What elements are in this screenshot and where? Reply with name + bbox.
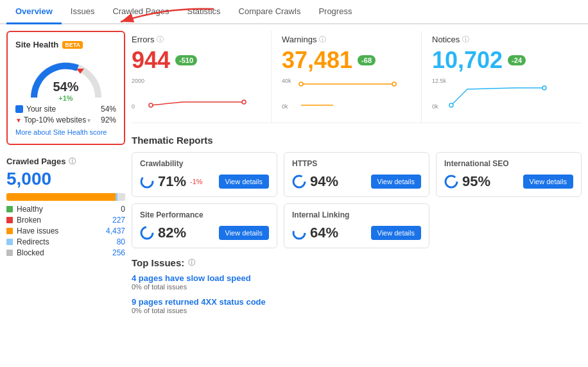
- report-https: HTTPS 94% View details: [284, 152, 429, 197]
- notices-label: Notices: [432, 35, 460, 44]
- your-site-value: 54%: [101, 105, 116, 114]
- warnings-number: 37,481: [282, 47, 352, 74]
- svg-text:0: 0: [132, 103, 135, 110]
- tab-overview[interactable]: Overview: [6, 0, 62, 24]
- tab-issues[interactable]: Issues: [62, 0, 104, 24]
- notices-info-icon[interactable]: ⓘ: [462, 35, 469, 44]
- crawled-pages-card: Crawled Pages ⓘ 5,000 Healthy 0: [6, 151, 125, 264]
- svg-point-13: [542, 86, 546, 90]
- issue-link-1[interactable]: 9 pages returned 4XX status code: [132, 297, 582, 307]
- top10-legend: ▼ Top-10% websites ▾ 92%: [15, 115, 116, 124]
- crawlability-view-btn[interactable]: View details: [219, 175, 270, 189]
- progress-rest: [117, 193, 125, 201]
- your-site-dot: [15, 105, 23, 113]
- errors-badge: -510: [175, 55, 197, 65]
- svg-point-5: [242, 100, 246, 104]
- intl-seo-view-btn[interactable]: View details: [523, 175, 574, 189]
- site-performance-percent-row: 82%: [140, 225, 186, 241]
- svg-point-14: [141, 176, 153, 187]
- crawled-pages-label: Crawled Pages: [6, 157, 66, 166]
- tab-crawled-pages[interactable]: Crawled Pages: [103, 0, 178, 24]
- site-health-title: Site Health BETA: [15, 40, 116, 49]
- errors-value-row: 944 -510: [132, 47, 261, 74]
- your-site-legend: Your site 54%: [15, 105, 116, 114]
- have-issues-label: Have issues: [17, 226, 58, 235]
- more-about-health-link[interactable]: More about Site Health score: [15, 128, 116, 136]
- warnings-badge: -68: [358, 55, 376, 65]
- crawled-pages-info-icon[interactable]: ⓘ: [69, 157, 76, 166]
- intl-seo-percent-row: 95%: [444, 173, 490, 190]
- legend-have-issues: Have issues 4,437: [6, 226, 125, 235]
- broken-count[interactable]: 227: [112, 216, 125, 225]
- have-issues-count[interactable]: 4,437: [106, 226, 125, 235]
- warnings-label: Warnings: [282, 35, 316, 44]
- site-health-card: Site Health BETA 54% +1%: [6, 31, 125, 145]
- healthy-count: 0: [121, 205, 125, 214]
- legend-broken: Broken 227: [6, 216, 125, 225]
- crawlability-percent-row: 71% -1%: [140, 173, 203, 190]
- crawlability-circle-icon: [140, 175, 154, 189]
- dot-have-issues: [6, 228, 13, 234]
- progress-have-issues: [6, 193, 116, 201]
- main-content: Site Health BETA 54% +1%: [0, 24, 588, 327]
- issue-sub-0: 0% of total issues: [132, 283, 582, 291]
- warnings-value-row: 37,481 -68: [282, 47, 411, 74]
- crawlability-title: Crawlability: [140, 159, 269, 168]
- thematic-reports-section: Thematic Reports Crawlability 71% -1% Vi: [132, 135, 582, 248]
- svg-point-9: [392, 82, 396, 86]
- crawled-pages-count: 5,000: [6, 169, 125, 189]
- top-issues-label: Top Issues:: [132, 257, 184, 268]
- right-content: Errors ⓘ 944 -510 2000 0: [132, 31, 582, 321]
- top10-chevron[interactable]: ▾: [87, 117, 91, 124]
- site-performance-percent: 82%: [158, 225, 186, 241]
- page-legend: Healthy 0 Broken 227 Have issues: [6, 205, 125, 257]
- gauge-percent: 54%: [53, 80, 78, 94]
- svg-text:2000: 2000: [132, 78, 144, 84]
- crawled-pages-title: Crawled Pages ⓘ: [6, 157, 125, 166]
- svg-point-17: [141, 227, 153, 239]
- report-site-performance: Site Performance 82% View details: [132, 203, 277, 248]
- notices-badge: -24: [508, 55, 526, 65]
- broken-label: Broken: [17, 216, 41, 225]
- https-view-btn[interactable]: View details: [371, 175, 422, 189]
- warnings-info-icon[interactable]: ⓘ: [319, 35, 326, 44]
- intl-seo-circle-icon: [444, 175, 458, 189]
- https-percent: 94%: [310, 173, 338, 190]
- issue-sub-1: 0% of total issues: [132, 307, 582, 314]
- beta-badge: BETA: [62, 41, 83, 49]
- svg-point-15: [293, 176, 305, 187]
- errors-label: Errors: [132, 35, 154, 44]
- errors-info-icon[interactable]: ⓘ: [157, 35, 164, 44]
- site-performance-view-btn[interactable]: View details: [219, 226, 270, 240]
- https-title: HTTPS: [292, 159, 421, 168]
- tab-bar: Overview Issues Crawled Pages Statistics…: [0, 0, 588, 24]
- svg-text:12.5k: 12.5k: [432, 78, 447, 84]
- report-crawlability: Crawlability 71% -1% View details: [132, 152, 277, 197]
- report-intl-seo: International SEO 95% View details: [436, 152, 582, 197]
- issue-row-0: 4 pages have slow load speed 0% of total…: [132, 273, 582, 291]
- report-internal-linking: Internal Linking 64% View details: [284, 203, 429, 248]
- top10-arrow-icon: ▼: [15, 117, 22, 124]
- tab-statistics[interactable]: Statistics: [178, 0, 230, 24]
- tab-progress[interactable]: Progress: [309, 0, 361, 24]
- redirects-label: Redirects: [17, 237, 49, 246]
- top-issues-info-icon[interactable]: ⓘ: [188, 258, 195, 268]
- tab-compare-crawls[interactable]: Compare Crawls: [230, 0, 310, 24]
- notices-title: Notices ⓘ: [432, 35, 561, 44]
- top-issues-title: Top Issues: ⓘ: [132, 257, 582, 268]
- issue-link-0[interactable]: 4 pages have slow load speed: [132, 273, 582, 283]
- redirects-count[interactable]: 80: [117, 237, 125, 246]
- notices-number: 10,702: [432, 47, 503, 74]
- internal-linking-percent-row: 64%: [292, 225, 338, 241]
- legend-redirects: Redirects 80: [6, 237, 125, 246]
- https-circle-icon: [292, 175, 306, 189]
- errors-chart: 2000 0: [132, 76, 261, 114]
- internal-linking-circle-icon: [292, 226, 306, 240]
- blocked-count[interactable]: 256: [112, 248, 125, 257]
- internal-linking-title: Internal Linking: [292, 210, 421, 219]
- top-issues-section: Top Issues: ⓘ 4 pages have slow load spe…: [132, 257, 582, 314]
- internal-linking-percent: 64%: [310, 225, 338, 241]
- dot-healthy: [6, 206, 13, 212]
- internal-linking-view-btn[interactable]: View details: [371, 226, 422, 240]
- notices-chart: 12.5k 0k: [432, 76, 561, 114]
